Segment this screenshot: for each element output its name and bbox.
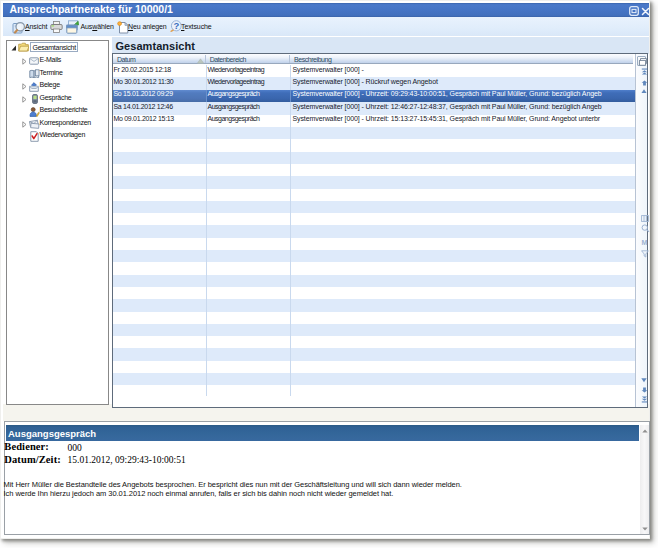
svg-text:?: ? — [173, 20, 179, 31]
svg-text:M: M — [641, 239, 647, 246]
